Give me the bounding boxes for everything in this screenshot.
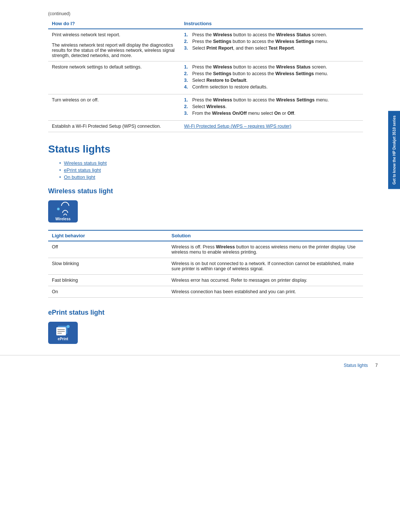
task-text-1: Print wireless network test report. xyxy=(52,32,120,37)
step-text: Select Restore to Default. xyxy=(192,78,247,83)
side-tab: Get to know the HP Deskjet 3510 series xyxy=(388,111,400,189)
table-col2-header: Instructions xyxy=(180,19,363,29)
task-cell: Restore network settings to default sett… xyxy=(48,61,180,94)
step-text: Select Wireless. xyxy=(192,104,227,109)
steps-cell: 1. Press the Wireless button to access t… xyxy=(180,61,363,94)
eprint-status-dot xyxy=(67,325,70,328)
light-behavior-table: Light behavior Solution Off Wireless is … xyxy=(48,230,363,298)
light-solution: Wireless is on but not connected to a ne… xyxy=(168,258,363,275)
step-item: 2. Press the Settings button to access t… xyxy=(184,39,359,44)
step-item: 1. Press the Wireless button to access t… xyxy=(184,64,359,70)
wireless-dot-icon xyxy=(57,208,60,210)
step-item: 1. Press the Wireless button to access t… xyxy=(184,97,359,103)
light-behavior: Fast blinking xyxy=(48,275,168,286)
task-cell: Establish a Wi-Fi Protected Setup (WPS) … xyxy=(48,121,180,132)
eprint-button-label: ePrint xyxy=(58,337,68,341)
table-row: Restore network settings to default sett… xyxy=(48,61,363,94)
light-behavior: Slow blinking xyxy=(48,258,168,275)
wps-link-cell: Wi-Fi Protected Setup (WPS – requires WP… xyxy=(180,121,363,132)
step-item: 2. Press the Settings button to access t… xyxy=(184,71,359,76)
eprint-icon xyxy=(56,325,70,336)
status-lights-links: Wireless status light ePrint status ligh… xyxy=(59,160,363,180)
light-solution: Wireless error has occurred. Refer to me… xyxy=(168,275,363,286)
table-row: Print wireless network test report. The … xyxy=(48,29,363,61)
list-item: ePrint status light xyxy=(59,167,363,173)
task-text: Establish a Wi-Fi Protected Setup (WPS) … xyxy=(52,124,161,129)
step-num: 2. xyxy=(184,39,190,44)
side-tab-text: Get to know the HP Deskjet 3510 series xyxy=(392,116,397,185)
eprint-line xyxy=(57,329,65,330)
continued-label: (continued) xyxy=(0,11,400,16)
steps-list: 1. Press the Wireless button to access t… xyxy=(184,32,359,51)
step-item: 3. From the Wireless On/Off menu select … xyxy=(184,111,359,116)
light-col2-header: Solution xyxy=(168,230,363,241)
eprint-paper-front xyxy=(56,327,66,335)
step-text: Confirm selection to restore defaults. xyxy=(192,84,268,90)
list-item: Wireless status light xyxy=(59,160,363,166)
info-table: How do I? Instructions Print wireless ne… xyxy=(48,19,363,132)
steps-cell: 1. Press the Wireless button to access t… xyxy=(180,94,363,121)
eprint-line xyxy=(57,331,65,332)
step-item: 2. Select Wireless. xyxy=(184,104,359,109)
step-text: From the Wireless On/Off menu select On … xyxy=(192,111,295,116)
task-text: Turn wireless on or off. xyxy=(52,97,99,103)
light-table-row: Slow blinking Wireless is on but not con… xyxy=(48,258,363,275)
step-text: Select Print Report, and then select Tes… xyxy=(192,46,295,51)
step-num: 4. xyxy=(184,84,190,90)
step-num: 1. xyxy=(184,64,190,70)
step-num: 3. xyxy=(184,111,190,116)
eprint-line xyxy=(57,333,62,334)
task-cell: Print wireless network test report. The … xyxy=(48,29,180,61)
light-solution: Wireless connection has been established… xyxy=(168,286,363,298)
step-num: 2. xyxy=(184,104,190,109)
wireless-waves-icon xyxy=(61,202,69,216)
page-footer: Status lights 7 xyxy=(0,355,400,372)
light-col1-header: Light behavior xyxy=(48,230,168,241)
steps-list: 1. Press the Wireless button to access t… xyxy=(184,97,359,116)
content-area: How do I? Instructions Print wireless ne… xyxy=(0,19,385,344)
table-row: Establish a Wi-Fi Protected Setup (WPS) … xyxy=(48,121,363,132)
step-num: 2. xyxy=(184,71,190,76)
steps-cell: 1. Press the Wireless button to access t… xyxy=(180,29,363,61)
step-item: 1. Press the Wireless button to access t… xyxy=(184,32,359,37)
step-text: Press the Wireless button to access the … xyxy=(192,97,329,103)
list-item: On button light xyxy=(59,174,363,180)
page-container: (continued) How do I? Instructions Print… xyxy=(0,0,400,372)
light-behavior: On xyxy=(48,286,168,298)
light-table-row: Off Wireless is off. Press Wireless butt… xyxy=(48,241,363,258)
wireless-button-label: Wireless xyxy=(55,217,70,221)
eprint-status-light-link[interactable]: ePrint status light xyxy=(64,167,101,173)
step-num: 1. xyxy=(184,97,190,103)
step-num: 1. xyxy=(184,32,190,37)
wireless-icon-row xyxy=(57,202,69,216)
step-item: 4. Confirm selection to restore defaults… xyxy=(184,84,359,90)
task-text: Restore network settings to default sett… xyxy=(52,64,142,70)
step-text: Press the Wireless button to access the … xyxy=(192,64,327,70)
light-behavior: Off xyxy=(48,241,168,258)
steps-list: 1. Press the Wireless button to access t… xyxy=(184,64,359,90)
step-num: 3. xyxy=(184,78,190,83)
task-text-2: The wireless network test report will di… xyxy=(52,43,174,58)
table-row: Turn wireless on or off. 1. Press the Wi… xyxy=(48,94,363,121)
task-cell: Turn wireless on or off. xyxy=(48,94,180,121)
step-item: 3. Select Print Report, and then select … xyxy=(184,46,359,51)
light-table-row: Fast blinking Wireless error has occurre… xyxy=(48,275,363,286)
status-lights-title: Status lights xyxy=(48,143,363,155)
step-text: Press the Wireless button to access the … xyxy=(192,32,327,37)
step-num: 3. xyxy=(184,46,190,51)
step-text: Press the Settings button to access the … xyxy=(192,71,328,76)
footer-label: Status lights xyxy=(344,363,368,368)
eprint-button-image: ePrint xyxy=(48,322,78,344)
footer-page: 7 xyxy=(375,363,378,368)
wireless-status-light-title: Wireless status light xyxy=(48,187,363,195)
eprint-status-light-title: ePrint status light xyxy=(48,309,363,317)
wps-link[interactable]: Wi-Fi Protected Setup (WPS – requires WP… xyxy=(184,124,291,129)
wireless-status-light-link[interactable]: Wireless status light xyxy=(64,160,107,166)
table-col1-header: How do I? xyxy=(48,19,180,29)
light-solution: Wireless is off. Press Wireless button t… xyxy=(168,241,363,258)
light-table-row: On Wireless connection has been establis… xyxy=(48,286,363,298)
wireless-button-image: Wireless xyxy=(48,200,78,222)
step-text: Press the Settings button to access the … xyxy=(192,39,328,44)
on-button-light-link[interactable]: On button light xyxy=(64,174,96,180)
step-item: 3. Select Restore to Default. xyxy=(184,78,359,83)
